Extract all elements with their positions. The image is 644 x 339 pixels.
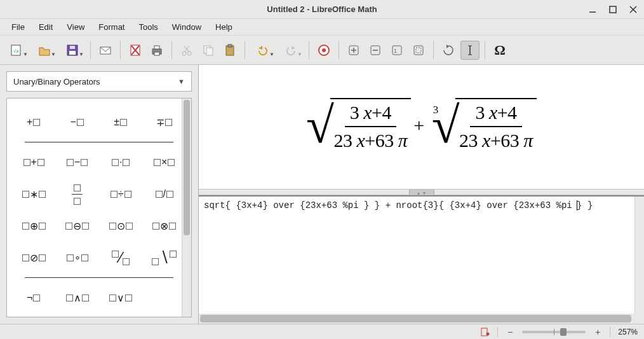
category-label: Unary/Binary Operators	[13, 77, 100, 86]
svg-line-16	[185, 46, 189, 52]
svg-rect-8	[70, 46, 75, 49]
menu-edit[interactable]: Edit	[32, 20, 59, 34]
dropdown-arrow-icon: ▼	[178, 78, 185, 85]
zoom-out-status[interactable]: −	[506, 327, 514, 337]
menu-bar: File Edit View Format Tools Window Help	[0, 19, 644, 36]
elem-wideslash[interactable]: ⁄	[99, 242, 143, 273]
main-area: Unary/Binary Operators ▼ + − ± ∓ + − · ×…	[0, 65, 644, 324]
elem-and[interactable]: ∧	[56, 282, 100, 314]
category-dropdown[interactable]: Unary/Binary Operators ▼	[6, 71, 192, 92]
editor-wrap: sqrt{ {3x+4} over {23x+63 %pi } } + nroo…	[199, 195, 644, 324]
elem-fraction[interactable]	[56, 178, 100, 210]
menu-help[interactable]: Help	[209, 20, 239, 34]
close-button[interactable]	[627, 4, 639, 15]
dropdown-arrow-icon: ▼	[269, 52, 274, 57]
zoom-slider[interactable]	[522, 331, 586, 333]
splitter[interactable]: ▲ ▼	[199, 189, 644, 195]
svg-point-23	[322, 48, 326, 52]
elem-or[interactable]: ∨	[99, 282, 143, 314]
elem-minusplus-unary[interactable]: ∓	[143, 106, 187, 138]
menu-format[interactable]: Format	[92, 20, 131, 34]
elem-odot[interactable]: ⊙	[99, 210, 143, 242]
zoom-in-button[interactable]	[344, 41, 363, 60]
elem-neg[interactable]: ¬	[12, 282, 56, 314]
menu-window[interactable]: Window	[166, 20, 208, 34]
svg-rect-21	[228, 45, 232, 47]
elem-multiplication-star[interactable]: ∗	[12, 178, 56, 210]
formula-editor[interactable]: sqrt{ {3x+4} over {23x+63 %pi } } + nroo…	[199, 195, 644, 314]
elem-minus-unary[interactable]: −	[56, 106, 100, 138]
elem-oslash[interactable]: ⊘	[12, 242, 56, 273]
dropdown-arrow-icon: ▼	[23, 52, 28, 57]
elem-subtraction[interactable]: −	[56, 146, 100, 178]
elem-division[interactable]: ÷	[99, 178, 143, 210]
separator	[610, 327, 610, 337]
elem-plus-unary[interactable]: +	[12, 106, 56, 138]
zoom-in-status[interactable]: +	[593, 327, 602, 337]
zoom-fit-button[interactable]	[409, 41, 428, 60]
svg-rect-19	[206, 48, 213, 55]
toolbar: √x ▼ ▼ ▼ ▼ ▼	[0, 36, 644, 65]
editor-hscrollbar[interactable]	[199, 314, 644, 324]
export-pdf-button[interactable]	[126, 41, 145, 60]
separator	[485, 41, 485, 59]
elem-division-slash[interactable]: /	[143, 178, 187, 210]
help-button[interactable]	[314, 41, 333, 60]
elem-addition[interactable]: +	[12, 146, 56, 178]
maximize-button[interactable]	[607, 4, 619, 15]
elem-oplus[interactable]: ⊕	[12, 210, 56, 242]
window-controls	[587, 4, 639, 15]
copy-button[interactable]	[199, 41, 218, 60]
scrollbar-thumb[interactable]	[184, 100, 190, 235]
print-button[interactable]	[147, 41, 166, 60]
elem-circ[interactable]: ∘	[56, 242, 100, 273]
update-button[interactable]	[439, 41, 458, 60]
svg-rect-1	[610, 6, 616, 13]
menu-file[interactable]: File	[5, 20, 31, 34]
email-button[interactable]	[96, 41, 115, 60]
cut-button[interactable]	[177, 41, 196, 60]
separator	[245, 41, 245, 59]
separator	[339, 41, 339, 59]
elem-widebslash[interactable]: ∖	[143, 242, 187, 273]
separator	[309, 41, 309, 59]
separator	[90, 41, 91, 59]
elem-multiplication-cross[interactable]: ×	[143, 146, 187, 178]
elem-otimes[interactable]: ⊗	[143, 210, 187, 242]
svg-text:1: 1	[394, 48, 397, 54]
separator	[171, 41, 172, 59]
redo-button[interactable]: ▼	[278, 41, 304, 60]
formula-preview[interactable]: √ 3 x+4 23 x+63 π + 3 √ 3 x+4 23 x+63 π	[199, 65, 644, 189]
zoom-100-button[interactable]: 1	[387, 41, 406, 60]
minimize-button[interactable]	[587, 4, 598, 15]
elem-multiplication-dot[interactable]: ·	[99, 146, 143, 178]
root-index: 3	[433, 104, 438, 116]
zoom-level[interactable]: 257%	[618, 328, 638, 336]
undo-button[interactable]: ▼	[250, 41, 276, 60]
separator	[25, 277, 173, 278]
elem-plusminus-unary[interactable]: ±	[99, 106, 143, 138]
zoom-slider-thumb[interactable]	[560, 328, 567, 336]
title-bar: Untitled 2 - LibreOffice Math	[0, 0, 644, 19]
menu-tools[interactable]: Tools	[132, 20, 164, 34]
menu-view[interactable]: View	[60, 20, 91, 34]
editor-vscrollbar[interactable]	[634, 197, 644, 314]
symbols-button[interactable]: Ω	[490, 41, 509, 60]
save-button[interactable]: ▼	[60, 41, 85, 60]
svg-rect-13	[154, 52, 159, 55]
scrollbar-thumb[interactable]	[200, 315, 631, 322]
document-modified-icon[interactable]	[481, 328, 490, 336]
formula-cursor-button[interactable]	[460, 41, 480, 60]
sidebar-scrollbar[interactable]	[182, 99, 191, 317]
svg-point-15	[187, 52, 191, 55]
svg-point-14	[182, 52, 186, 55]
zoom-out-button[interactable]	[366, 41, 385, 60]
open-button[interactable]: ▼	[32, 41, 57, 60]
paste-button[interactable]	[220, 41, 239, 60]
new-button[interactable]: √x ▼	[4, 41, 29, 60]
elem-ominus[interactable]: ⊖	[56, 210, 100, 242]
content-area: √ 3 x+4 23 x+63 π + 3 √ 3 x+4 23 x+63 π	[199, 65, 644, 324]
elements-sidebar: Unary/Binary Operators ▼ + − ± ∓ + − · ×…	[0, 65, 199, 324]
svg-text:√x: √x	[13, 48, 18, 54]
separator	[433, 41, 434, 59]
